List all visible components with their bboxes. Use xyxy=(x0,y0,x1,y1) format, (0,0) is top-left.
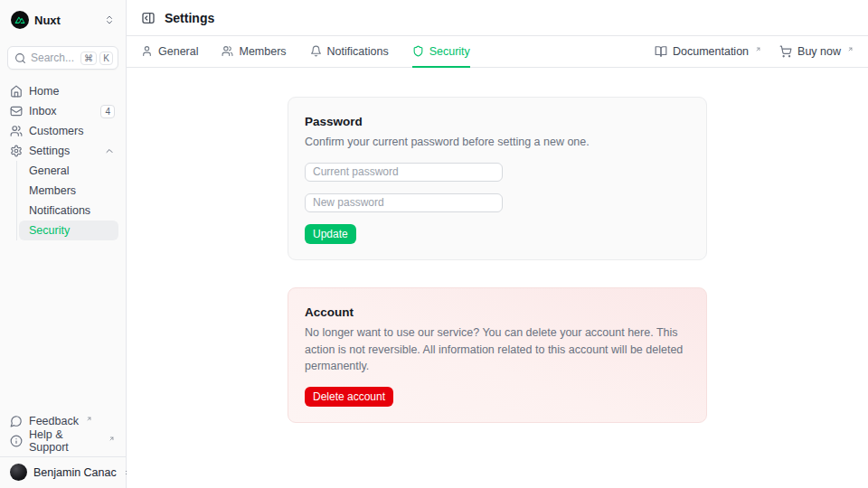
bell-icon xyxy=(310,45,322,57)
user-icon xyxy=(141,45,153,57)
sidebar-item-label: Help & Support xyxy=(29,428,101,454)
tab-label: Members xyxy=(239,45,286,58)
search-placeholder: Search... xyxy=(31,52,76,64)
app-window: Nuxt Search... ⌘ K Home xyxy=(0,0,868,488)
user-name: Benjamin Canac xyxy=(33,466,117,479)
chat-bubble-icon xyxy=(10,415,23,427)
sidebar-divider xyxy=(0,456,126,457)
inbox-icon xyxy=(10,105,23,117)
sidebar-item-inbox[interactable]: Inbox 4 xyxy=(7,101,118,121)
tool-link-label: Documentation xyxy=(673,45,749,58)
sidebar-item-help-support[interactable]: Help & Support xyxy=(7,431,118,451)
account-card-description: No longer want to use our service? You c… xyxy=(305,324,690,375)
search-input[interactable]: Search... ⌘ K xyxy=(7,46,118,70)
sidebar-item-customers[interactable]: Customers xyxy=(7,121,118,141)
delete-account-button[interactable]: Delete account xyxy=(305,387,393,407)
kbd-k: K xyxy=(99,52,113,65)
password-card-description: Confirm your current password before set… xyxy=(305,134,690,151)
collapse-sidebar-icon[interactable] xyxy=(141,11,156,25)
buy-now-link[interactable]: Buy now xyxy=(779,45,854,58)
kbd-command: ⌘ xyxy=(80,52,97,65)
current-password-field[interactable] xyxy=(305,163,503,182)
book-open-icon xyxy=(655,45,667,58)
external-link-icon xyxy=(847,46,854,52)
external-link-icon xyxy=(755,46,761,52)
password-card-title: Password xyxy=(305,115,690,128)
account-card: Account No longer want to use our servic… xyxy=(288,287,707,423)
sidebar-item-label: Home xyxy=(29,85,115,98)
tab-label: General xyxy=(158,45,198,58)
tab-general[interactable]: General xyxy=(141,36,198,68)
sidebar-subitem-general[interactable]: General xyxy=(19,161,118,181)
tab-label: Notifications xyxy=(327,45,389,58)
user-avatar xyxy=(10,464,27,481)
settings-tabbar: General Members Notifications xyxy=(127,36,868,68)
sidebar-item-label: Customers xyxy=(29,125,115,137)
password-card: Password Confirm your current password b… xyxy=(288,97,707,260)
users-icon xyxy=(222,45,233,57)
search-icon xyxy=(14,52,26,64)
sidebar-item-label: Settings xyxy=(29,145,98,157)
settings-subnav: General Members Notifications Security xyxy=(16,161,118,240)
header-toolbar: Documentation Buy now xyxy=(655,36,854,67)
users-icon xyxy=(10,125,23,137)
sidebar-subitem-label: Security xyxy=(29,224,70,237)
tab-security[interactable]: Security xyxy=(412,36,470,68)
page-title: Settings xyxy=(165,11,214,25)
gear-icon xyxy=(10,145,23,157)
sidebar-subitem-label: General xyxy=(29,164,69,177)
update-password-button[interactable]: Update xyxy=(305,224,356,244)
tabs: General Members Notifications xyxy=(141,36,470,67)
sidebar-item-label: Inbox xyxy=(29,105,94,117)
main-panel: Settings General Members xyxy=(127,0,868,488)
sidebar-footer: Feedback Help & Support Benjamin Canac xyxy=(7,411,118,481)
account-card-title: Account xyxy=(305,305,690,319)
sidebar-item-home[interactable]: Home xyxy=(7,81,118,101)
sidebar-item-label: Feedback xyxy=(29,415,79,427)
sidebar-subitem-label: Members xyxy=(29,184,76,197)
search-kbd-shortcuts: ⌘ K xyxy=(80,52,113,65)
tab-notifications[interactable]: Notifications xyxy=(310,36,389,68)
page-header: Settings xyxy=(127,0,868,36)
sidebar-nav: Home Inbox 4 Customers Settings xyxy=(7,81,118,240)
chevron-up-icon xyxy=(104,145,115,156)
inbox-count-badge: 4 xyxy=(100,105,115,118)
chevrons-up-down-icon xyxy=(104,14,115,25)
documentation-link[interactable]: Documentation xyxy=(655,45,761,58)
shield-icon xyxy=(412,45,424,57)
tab-label: Security xyxy=(429,45,470,58)
info-circle-icon xyxy=(10,435,23,447)
sidebar-subitem-notifications[interactable]: Notifications xyxy=(19,201,118,221)
sidebar: Nuxt Search... ⌘ K Home xyxy=(0,0,127,488)
user-menu[interactable]: Benjamin Canac xyxy=(7,462,118,481)
team-selector[interactable]: Nuxt xyxy=(7,9,118,31)
sidebar-subitem-members[interactable]: Members xyxy=(19,181,118,201)
tool-link-label: Buy now xyxy=(797,45,841,58)
team-name: Nuxt xyxy=(34,14,99,27)
sidebar-item-settings[interactable]: Settings xyxy=(7,141,118,161)
sidebar-subitem-label: Notifications xyxy=(29,204,90,217)
external-link-icon xyxy=(108,436,115,442)
nuxt-logo-icon xyxy=(11,11,29,29)
new-password-field[interactable] xyxy=(305,193,503,212)
home-icon xyxy=(10,85,23,98)
sidebar-subitem-security[interactable]: Security xyxy=(19,221,118,240)
shopping-cart-icon xyxy=(779,45,792,58)
external-link-icon xyxy=(86,416,92,422)
tab-members[interactable]: Members xyxy=(222,36,286,68)
settings-security-content: Password Confirm your current password b… xyxy=(127,68,868,488)
